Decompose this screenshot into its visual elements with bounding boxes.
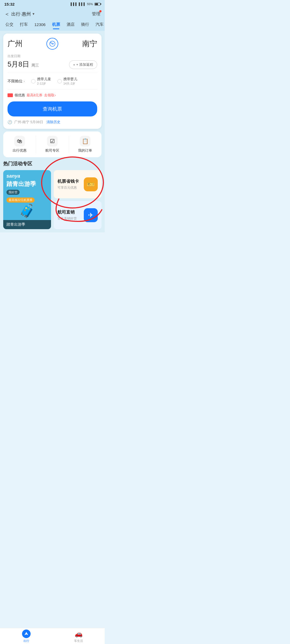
hot-cards-right: 机票省钱卡 可享百元优惠 🎫 航司直销 官方直销好货 ✈ xyxy=(54,170,102,229)
direct-sales-title: 航司直销 xyxy=(57,210,77,215)
discount-icon: 🛍 xyxy=(14,136,25,147)
status-icons: ▌▌▌ ▌▌▌ 55% xyxy=(71,2,100,6)
order-label: 我的订单 xyxy=(78,148,92,153)
add-return-button[interactable]: + + 添加返程 xyxy=(69,60,97,69)
add-icon: + xyxy=(73,63,75,67)
cabin-arrow-icon: › xyxy=(24,79,25,83)
savings-card-text: 机票省钱卡 可享百元优惠 xyxy=(57,179,79,190)
signal-icon: ▌▌▌ ▌▌▌ xyxy=(71,2,86,6)
tab-bus2[interactable]: 汽车 xyxy=(92,21,105,28)
airline-label: 航司专区 xyxy=(45,148,59,153)
from-city[interactable]: 广州 xyxy=(8,39,23,49)
coupon-row[interactable]: 领优惠 最高8元券 去领取› xyxy=(8,93,97,98)
luggage-illustration: 🧳 xyxy=(3,203,51,218)
coupon-text: 最高8元券 xyxy=(27,93,42,98)
baby-radio xyxy=(57,79,62,83)
tab-bike[interactable]: 骑行 xyxy=(78,21,92,28)
discount-label: 出行优惠 xyxy=(13,148,27,153)
to-city[interactable]: 南宁 xyxy=(82,39,97,49)
direct-sales-sub: 官方直销好货 xyxy=(57,216,77,221)
quick-item-airline[interactable]: ☑ 航司专区 xyxy=(36,136,68,153)
hot-card-bottom-label: 踏青出游季 xyxy=(3,220,51,229)
hot-grid: sanya 踏青出游季 囤好货 最高领22元机票券 🧳 踏青出游季 机票省钱卡 xyxy=(3,170,102,229)
savings-title: 机票省钱卡 xyxy=(57,179,79,184)
top-nav: ＜ 出行·惠州 ▼ 管理 xyxy=(0,8,105,21)
hot-card-slogan: 踏青出游季 xyxy=(6,181,48,188)
hot-badge-goods: 囤好货 xyxy=(6,190,20,195)
manage-button[interactable]: 管理 xyxy=(92,11,100,17)
cabin-row: 不限舱位 › 携带儿童 2-12岁 携带婴儿 14天-2岁 xyxy=(8,77,97,90)
direct-sales-text: 航司直销 官方直销好货 xyxy=(57,210,77,221)
direct-sales-icon: ✈ xyxy=(84,208,98,222)
tab-flight[interactable]: 机票 xyxy=(49,21,63,28)
status-bar: 15:32 ▌▌▌ ▌▌▌ 55% xyxy=(0,0,105,8)
sanya-text: sanya xyxy=(6,173,48,179)
baby-option[interactable]: 携带婴儿 14天-2岁 xyxy=(57,77,77,86)
search-card: 广州 南宁 出发日期 5月8日 周三 + + 添加返程 xyxy=(3,34,102,129)
child-radio xyxy=(31,79,35,83)
nav-title[interactable]: 出行·惠州 ▼ xyxy=(11,11,35,17)
top-nav-left: ＜ 出行·惠州 ▼ xyxy=(4,10,35,18)
tab-taxi[interactable]: 打车 xyxy=(17,21,31,28)
notification-dot xyxy=(99,10,102,12)
savings-sub: 可享百元优惠 xyxy=(57,185,79,190)
order-icon: 📋 xyxy=(80,136,90,147)
plane-icon: ✈ xyxy=(88,211,93,219)
ticket-icon: 🎫 xyxy=(87,181,95,188)
departure-weekday: 周三 xyxy=(31,63,39,68)
tab-bus[interactable]: 公交 xyxy=(2,21,17,28)
quick-item-order[interactable]: 📋 我的订单 xyxy=(69,136,102,153)
history-icon: 🕐 xyxy=(8,120,12,124)
airline-icon: ☑ xyxy=(47,136,58,147)
hot-badge-coupon: 最高领22元机票券 xyxy=(6,197,35,203)
child-option[interactable]: 携带儿童 2-12岁 xyxy=(31,77,51,86)
swap-cities-button[interactable] xyxy=(46,38,58,50)
departure-date: 5月8日 xyxy=(8,60,29,69)
quick-links: 🛍 出行优惠 ☑ 航司专区 📋 我的订单 xyxy=(3,131,102,157)
tab-hotel[interactable]: 酒店 xyxy=(63,21,78,28)
departure-date-section[interactable]: 出发日期 5月8日 周三 xyxy=(8,54,39,69)
nav-dropdown-icon: ▼ xyxy=(32,12,35,16)
status-time: 15:32 xyxy=(4,2,15,6)
search-flights-button[interactable]: 查询机票 xyxy=(8,101,97,116)
cabin-select[interactable]: 不限舱位 › xyxy=(8,79,25,84)
history-text[interactable]: 广州-南宁 5月08日 xyxy=(14,120,43,125)
coupon-link[interactable]: 去领取› xyxy=(44,93,56,98)
tab-train[interactable]: 12306 xyxy=(31,21,49,28)
battery-text: 55% xyxy=(87,2,93,6)
savings-card[interactable]: 机票省钱卡 可享百元优惠 🎫 xyxy=(54,170,102,198)
date-row: 出发日期 5月8日 周三 + + 添加返程 xyxy=(8,54,97,73)
history-row: 🕐 广州-南宁 5月08日 清除历史 xyxy=(8,120,97,125)
date-label: 出发日期 xyxy=(8,54,39,58)
hot-title: 热门活动专区 xyxy=(3,160,102,167)
battery-icon xyxy=(95,3,100,6)
tab-bar: 公交 打车 12306 机票 酒店 骑行 汽车 xyxy=(0,21,105,31)
coupon-icon xyxy=(8,93,13,97)
savings-icon: 🎫 xyxy=(84,177,98,191)
direct-sales-card[interactable]: 航司直销 官方直销好货 ✈ xyxy=(54,201,102,229)
quick-item-discount[interactable]: 🛍 出行优惠 xyxy=(3,136,36,153)
hot-card-left[interactable]: sanya 踏青出游季 囤好货 最高领22元机票券 🧳 踏青出游季 xyxy=(3,170,51,229)
back-button[interactable]: ＜ xyxy=(4,10,10,18)
route-row: 广州 南宁 xyxy=(8,38,97,50)
hot-section: 热门活动专区 sanya 踏青出游季 囤好货 最高领22元机票券 🧳 踏青出游季 xyxy=(3,160,102,229)
clear-history-button[interactable]: 清除历史 xyxy=(46,120,60,125)
